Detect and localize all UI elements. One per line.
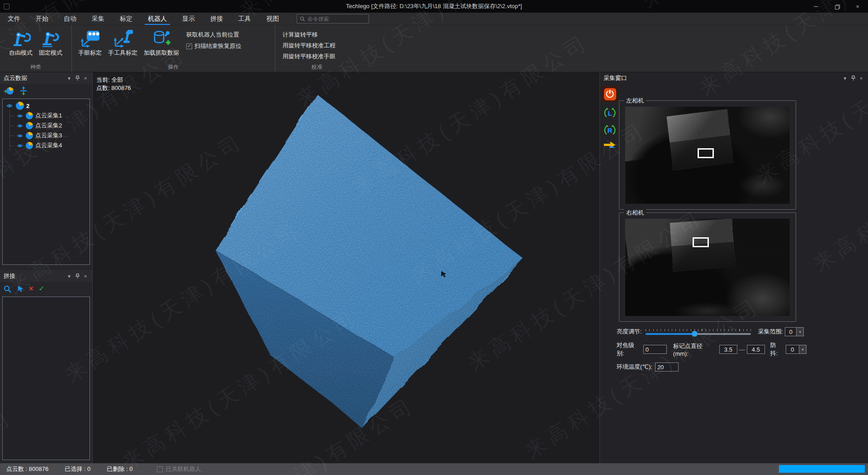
brightness-thumb[interactable] [692, 331, 698, 337]
svg-text:L: L [608, 109, 612, 117]
fixed-mode-button[interactable]: 固定模式 [37, 28, 64, 58]
temperature-input[interactable] [655, 362, 679, 372]
menu-display[interactable]: 显示 [175, 13, 203, 25]
panel-pin-icon[interactable] [849, 74, 857, 82]
point-cloud-data-panel: 点云数据 ▾ × + [0, 72, 92, 270]
menu-calibration[interactable]: 标定 [112, 13, 140, 25]
stitch-select-button[interactable] [17, 285, 24, 293]
ribbon-group-label-calibration: 校准 [275, 63, 359, 71]
menu-capture[interactable]: 采集 [84, 13, 112, 25]
right-camera-groupbox: 右相机 [619, 212, 796, 322]
stitch-zoom-button[interactable] [4, 285, 11, 293]
rt-calibrate-handeye-button[interactable]: 用旋转平移校准手眼 [283, 52, 335, 61]
visibility-eye-icon[interactable] [16, 113, 24, 119]
point-cloud-icon [26, 122, 33, 129]
get-robot-position-button[interactable]: 获取机器人当前位置 [186, 31, 241, 39]
left-camera-feed [625, 107, 790, 204]
cursor-icon [17, 285, 24, 293]
point-cloud-icon [26, 112, 33, 119]
camera-power-button[interactable] [602, 86, 618, 102]
panel-close-icon[interactable]: × [857, 74, 865, 82]
panel-pin-icon[interactable] [73, 74, 81, 82]
panel-pin-icon[interactable] [73, 272, 81, 280]
point-cloud-model[interactable] [93, 72, 599, 463]
add-point-cloud-button[interactable]: + [4, 87, 14, 95]
status-bar: 点云数 : 800876 已选择 : 0 已删除 : 0 ✓ 已关联机器人 [0, 463, 868, 475]
focus-label: 对焦级别: [617, 341, 641, 357]
visibility-eye-icon[interactable] [16, 123, 24, 129]
stitch-panel: 拼接 ▾ × × [0, 270, 92, 463]
stabilize-dropdown[interactable]: 0 ▾ [786, 345, 807, 354]
window-title: Techlego [文件路径: D:\23年\九月\18 混凝土试块数据保存\2… [0, 2, 868, 10]
capture-window-panel: 采集窗口 ▾ × L [599, 72, 868, 463]
tree-item-capture4[interactable]: 点云采集4 [10, 141, 89, 150]
load-grab-data-icon [151, 29, 172, 48]
panel-dropdown-icon[interactable]: ▾ [65, 74, 73, 82]
panel-close-icon[interactable]: × [81, 272, 90, 280]
stitch-confirm-button[interactable]: ✓ [38, 285, 44, 292]
panel-dropdown-icon[interactable]: ▾ [65, 272, 73, 280]
current-selection-label: 当前: 全部 [96, 76, 131, 84]
left-dock: 点云数据 ▾ × + [0, 72, 93, 463]
checkbox-unchecked-icon: ✓ [157, 466, 163, 472]
menu-auto[interactable]: 自动 [56, 13, 84, 25]
chevron-down-icon[interactable]: ▾ [797, 327, 804, 336]
visibility-eye-icon[interactable] [16, 133, 24, 139]
swap-cameras-button[interactable] [603, 141, 617, 153]
capture-controls: 亮度调节: 采集范围: 0 ▾ 对焦级别: [617, 327, 807, 376]
free-mode-button[interactable]: 自由模式 [7, 28, 34, 58]
checkbox-checked-icon: ✓ [186, 43, 192, 49]
menu-view[interactable]: 视图 [259, 13, 287, 25]
point-cloud-icon [6, 87, 14, 94]
panel-close-icon[interactable]: × [81, 74, 90, 82]
menu-tools[interactable]: 工具 [231, 13, 259, 25]
move-up-down-icon [19, 86, 28, 95]
hand-tool-calibration-button[interactable]: 手工具标定 [106, 28, 139, 58]
tree-item-capture2[interactable]: 点云采集2 [10, 121, 89, 131]
marker-min-input[interactable] [719, 345, 737, 354]
chevron-down-icon[interactable]: ▾ [799, 345, 807, 354]
viewport-info-overlay: 当前: 全部 点数: 800876 [96, 76, 131, 92]
viewport-3d[interactable]: 当前: 全部 点数: 800876 [93, 72, 599, 463]
command-search-box[interactable] [297, 14, 369, 24]
stitch-content-area [2, 296, 90, 460]
right-camera-feed [625, 219, 790, 316]
restore-origin-checkbox[interactable]: ✓ 扫描结束恢复原位 [186, 42, 241, 50]
stabilize-label: 防抖: [770, 341, 783, 357]
temperature-label: 环境温度(℃): [617, 363, 652, 371]
right-camera-rotate-button[interactable]: R [604, 124, 616, 136]
left-camera-rotate-button[interactable]: L [604, 107, 616, 119]
capture-range-dropdown[interactable]: 0 ▾ [785, 327, 804, 336]
minimize-button[interactable] [806, 0, 826, 13]
tree-item-capture1[interactable]: 点云采集1 [10, 111, 89, 121]
marker-max-input[interactable] [747, 345, 765, 354]
tree-item-capture3[interactable]: 点云采集3 [10, 131, 89, 141]
rotate-left-camera-icon: L [604, 107, 616, 119]
hand-eye-calibration-button[interactable]: 手眼标定 [76, 28, 104, 58]
rt-calibrate-project-button[interactable]: 用旋转平移校准工程 [283, 42, 335, 50]
title-bar: Techlego [文件路径: D:\23年\九月\18 混凝土试块数据保存\2… [0, 0, 868, 13]
robot-linked-checkbox[interactable]: ✓ 已关联机器人 [157, 465, 201, 473]
stitch-cancel-button[interactable]: × [29, 285, 33, 292]
point-count-label: 点数: 800876 [96, 84, 131, 92]
brightness-slider[interactable] [646, 329, 751, 335]
main-area: 点云数据 ▾ × + [0, 72, 868, 463]
reorder-point-cloud-button[interactable] [19, 86, 28, 95]
restore-icon [835, 5, 839, 9]
tree-root-row[interactable]: 2 [4, 101, 89, 111]
load-grab-data-button[interactable]: 加载抓取数据 [142, 28, 181, 58]
close-button[interactable]: × [847, 0, 868, 13]
menu-robot[interactable]: 机器人 [140, 13, 175, 25]
menu-start[interactable]: 开始 [28, 13, 56, 25]
visibility-eye-icon[interactable] [16, 143, 24, 149]
menu-file[interactable]: 文件 [0, 13, 28, 25]
right-camera-roi-marker [693, 237, 709, 247]
command-search-input[interactable] [307, 16, 357, 22]
restore-button[interactable] [826, 0, 847, 13]
brightness-fill [646, 333, 695, 335]
calc-rotation-translation-button[interactable]: 计算旋转平移 [283, 31, 335, 39]
panel-dropdown-icon[interactable]: ▾ [841, 74, 849, 82]
status-selected-count: 已选择 : 0 [65, 465, 90, 473]
focus-level-input[interactable] [643, 345, 667, 354]
menu-stitch[interactable]: 拼接 [203, 13, 231, 25]
